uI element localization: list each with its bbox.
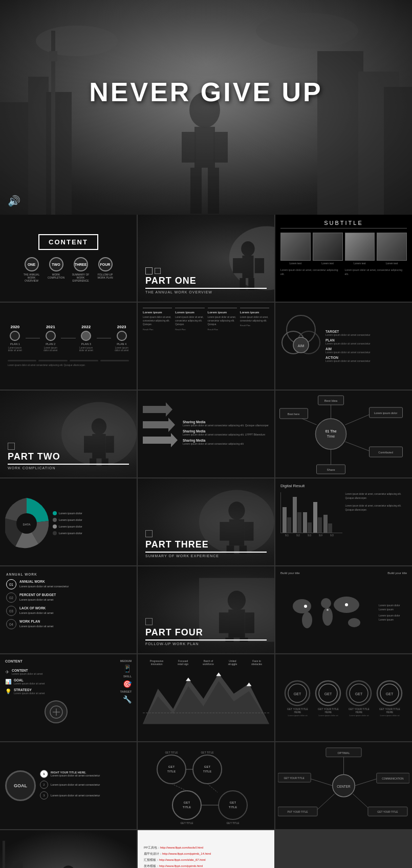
photo-4: Lorem text — [377, 233, 407, 265]
map-right-title: Build your title — [387, 572, 407, 575]
svg-text:DATA: DATA — [23, 523, 30, 526]
info-row-strategy: 💡 STRATEGY Lorem ipsum dolor sit amet — [5, 688, 107, 695]
timeline-line-2 — [61, 338, 76, 338]
svg-rect-33 — [84, 436, 93, 453]
circle-rings-row: GET GET YOUR TITLE HERE Lorem ipsum dolo… — [284, 679, 404, 717]
right-icon-target: 🔧 — [123, 695, 132, 703]
timeline-plan-4: PLAN 4 — [117, 342, 126, 346]
svg-text:01 The: 01 The — [325, 429, 336, 433]
goal-icon: 📊 — [5, 679, 11, 684]
target-text: Lorem ipsum dolor sit amet consectetur — [326, 333, 407, 336]
target-item-plan: PLAN Lorem ipsum dolor sit amet consecte… — [326, 338, 407, 345]
col-3: Lorem ipsum Lorem ipsum dolor sit amet, … — [208, 308, 237, 331]
menu-circle-four: FOUR — [98, 257, 113, 271]
svg-text:GET YOUR TITLE: GET YOUR TITLE — [284, 777, 305, 780]
ring-item-4: GET GET YOUR TITLE HERE Lorem ipsum dolo… — [376, 679, 404, 717]
svg-point-71 — [293, 599, 311, 613]
ring-item-1: GET GET YOUR TITLE HERE Lorem ipsum dolo… — [284, 679, 312, 717]
timeline-item-1: 2020 PLAN 1 Lorem ipsum dolor sit amet — [8, 325, 23, 352]
slides-grid: CONTENT ONE THE ANNUAL WORK OVERVIEW TWO… — [0, 215, 412, 868]
menu-label-four: FOLLOW-UP WORK PLAN — [95, 273, 116, 279]
ring-item-2: GET GET YOUR TITLE HERE Lorem ipsum dolo… — [314, 679, 342, 717]
arrow-title-2: Sharing Media — [183, 429, 269, 433]
col-1: Lorem ipsum Lorem ipsum dolor sit amet, … — [143, 308, 172, 331]
goal-text-2: Lorem ipsum dolor sit amet consectetur — [51, 783, 100, 786]
action-text: Lorem ipsum dolor sit amet consectetur — [326, 359, 407, 362]
svg-rect-16 — [208, 168, 219, 214]
goal-label-text: GOAL — [14, 678, 107, 682]
svg-text:TITLE: TITLE — [183, 806, 191, 809]
target-item-target: TARGET Lorem ipsum dolor sit amet consec… — [326, 330, 407, 336]
svg-text:GET TITLE: GET TITLE — [180, 821, 193, 825]
map-header: Build your title Build your title — [280, 572, 407, 575]
radial-spoke-svg: CENTER OPTIMAL COMMUNICATION GET YOUR TI… — [278, 745, 409, 827]
part-two-title: PART TWO — [8, 451, 129, 465]
content-icon: ✈ — [5, 669, 9, 675]
mountain-labels: Progressiveinnovation Focusedretail sign… — [143, 659, 269, 666]
right-icon-skill: 🎯 — [123, 680, 132, 688]
svg-line-132 — [316, 794, 335, 811]
svg-rect-61 — [244, 522, 253, 541]
timeline-plan-3: PLAN 3 — [81, 342, 91, 346]
slide-target: AIM TARGET Lorem ipsum dolor sit amet co… — [275, 303, 412, 390]
part-one-tag — [145, 267, 267, 275]
arrow-title-1: Sharing Media — [183, 420, 269, 424]
svg-point-1 — [36, 26, 118, 56]
svg-rect-15 — [190, 168, 202, 214]
right-icon-medium: 📱 — [123, 665, 132, 673]
slide-mountain: Progressiveinnovation Focusedretail sign… — [138, 654, 274, 741]
part-four-deco — [145, 618, 153, 625]
svg-line-43 — [345, 414, 372, 425]
svg-text:OPTIMAL: OPTIMAL — [338, 751, 350, 755]
slide-radial-spoke: CENTER OPTIMAL COMMUNICATION GET YOUR TI… — [275, 742, 412, 829]
svg-line-46 — [345, 442, 372, 452]
timeline-line-1 — [26, 338, 40, 338]
bar-chart-title: Digital Result — [280, 484, 407, 488]
ml-3: Batch ofworkforce — [203, 659, 214, 666]
svg-line-135 — [308, 778, 332, 786]
map-legend: Lorem ipsum dolorLorem ipsum Lorem ipsum… — [379, 577, 407, 648]
svg-text:TITLE: TITLE — [167, 770, 176, 773]
annual-title: ANNUAL WORK — [6, 573, 131, 576]
svg-text:GET TITLE: GET TITLE — [226, 821, 240, 825]
target-legend: TARGET Lorem ipsum dolor sit amet consec… — [326, 330, 407, 362]
arrow-text-2: Sharing Media Lorem ipsum dolor sit amet… — [183, 429, 269, 436]
slide-timeline: 2020 PLAN 1 Lorem ipsum dolor sit amet 2… — [0, 303, 137, 390]
timeline-year-4: 2023 — [117, 325, 126, 329]
promo-link-1: PP工具包：http://www.lfppt.com/tools/l.html — [144, 846, 268, 850]
svg-text:AIM: AIM — [298, 344, 305, 348]
menu-label-one: THE ANNUAL WORK OVERVIEW — [21, 273, 42, 282]
svg-point-58 — [228, 501, 245, 519]
svg-rect-34 — [106, 436, 114, 453]
timeline-circle-3 — [81, 331, 91, 341]
part-two-subtitle: WORK COMPLICATION — [8, 466, 129, 470]
bullet-02: 02 PERCENT OF BUDGETLorem ipsum dolor si… — [6, 592, 131, 603]
timeline-desc-2: Lorem ipsum dolor sit amet — [43, 347, 58, 352]
content-desc: Lorem ipsum dolor sit amet — [12, 672, 107, 675]
slide-part-four: PART FOUR FOLLOW-UP WORK PLAN — [138, 566, 274, 653]
svg-point-108 — [172, 791, 201, 819]
svg-text:GET: GET — [184, 801, 190, 804]
content-texts: CONTENT Lorem ipsum dolor sit amet — [12, 669, 107, 675]
timeline-item-3: 2022 PLAN 3 Lorem ipsum dolor sit amet — [79, 325, 94, 352]
svg-point-37 — [316, 419, 346, 449]
connected-circles-svg: GET TITLE GET TITLE GET TITLE GET TITLE — [143, 746, 269, 826]
bullet-text-01: ANNUAL WORKLorem ipsum dolor sit amet co… — [19, 579, 69, 589]
svg-rect-24 — [155, 268, 161, 274]
photo-grid: Lorem text Lorem text Lorem text Lorem t… — [280, 233, 407, 265]
svg-rect-19 — [243, 256, 254, 278]
target-item-aim: AIM Lorem ipsum dolor sit amet consectet… — [326, 347, 407, 354]
arrow-desc-3: Lorem ipsum dolor sit amet consectetur a… — [183, 442, 269, 445]
svg-rect-60 — [220, 522, 231, 541]
part-four-title: PART FOUR — [145, 627, 267, 641]
svg-text:CENTER: CENTER — [337, 785, 351, 788]
menu-item-four: FOUR FOLLOW-UP WORK PLAN — [95, 257, 116, 282]
svg-text:Share: Share — [327, 468, 335, 471]
svg-point-72 — [302, 612, 312, 628]
arrow-desc-1: Lorem ipsum dolor sit amet consectetur a… — [183, 424, 269, 427]
info-row-content: ✈ CONTENT Lorem ipsum dolor sit amet — [5, 669, 107, 675]
slide-thankyou: Thank You — [0, 830, 137, 868]
timeline-circle-1 — [10, 331, 20, 341]
svg-point-76 — [348, 618, 360, 627]
sound-icon[interactable]: 🔊 — [8, 195, 20, 207]
